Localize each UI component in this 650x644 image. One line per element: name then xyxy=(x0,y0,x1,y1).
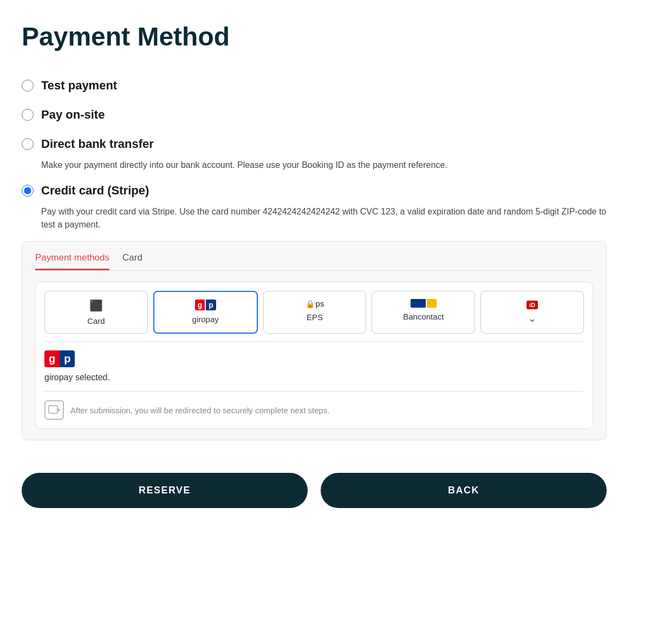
bancontact-label: Bancontact xyxy=(403,312,444,321)
bancontact-logo xyxy=(411,299,437,308)
selected-method-text: giropay selected. xyxy=(44,373,584,382)
giropay-label: giropay xyxy=(192,315,219,324)
footer-buttons: RESERVE BACK xyxy=(22,473,607,508)
giropay-p-icon: p xyxy=(206,300,216,310)
option-test-label: Test payment xyxy=(41,79,117,93)
tab-card[interactable]: Card xyxy=(122,252,142,270)
card-icon: ⬛ xyxy=(89,299,103,312)
page-title: Payment Method xyxy=(22,22,618,51)
eps-label: EPS xyxy=(307,313,323,322)
method-card-eps[interactable]: 🔒 ps EPS xyxy=(263,291,367,334)
giropay-logo-large: gp xyxy=(44,350,584,367)
bank-transfer-description: Make your payment directly into our bank… xyxy=(41,159,615,172)
radio-on-site[interactable] xyxy=(22,109,34,121)
card-label: Card xyxy=(87,316,105,326)
redirect-icon xyxy=(44,400,64,420)
method-card-more[interactable]: iD ⌄ xyxy=(480,291,584,334)
giropay-logo-small: gp xyxy=(195,300,216,310)
selected-payment-info: gp giropay selected. After submission, y… xyxy=(44,341,584,420)
bancontact-blue-part xyxy=(411,299,426,308)
giropay-p-large-icon: p xyxy=(60,350,75,367)
option-bank-transfer[interactable]: Direct bank transfer xyxy=(22,129,618,159)
tab-payment-methods[interactable]: Payment methods xyxy=(35,252,109,270)
svg-rect-0 xyxy=(49,406,57,413)
radio-test[interactable] xyxy=(22,80,34,92)
radio-stripe[interactable] xyxy=(22,185,34,197)
payment-options-list: Test payment Pay on-site Direct bank tra… xyxy=(22,71,618,440)
method-card-giropay[interactable]: gp giropay xyxy=(153,291,258,334)
payment-methods-grid: ⬛ Card gp giropay 🔒 ps EPS xyxy=(35,282,593,429)
method-card-bancontact[interactable]: Bancontact xyxy=(372,291,475,334)
redirect-text: After submission, you will be redirected… xyxy=(70,406,330,415)
radio-bank-transfer[interactable] xyxy=(22,138,34,150)
option-stripe-label: Credit card (Stripe) xyxy=(41,184,149,198)
stripe-widget: Payment methods Card ⬛ Card gp giropay xyxy=(22,241,607,440)
option-on-site-label: Pay on-site xyxy=(41,108,105,122)
option-on-site[interactable]: Pay on-site xyxy=(22,100,618,129)
divider xyxy=(44,391,584,392)
ideal-icon: iD xyxy=(526,301,538,309)
option-stripe[interactable]: Credit card (Stripe) xyxy=(22,176,618,205)
chevron-down-icon: ⌄ xyxy=(528,313,536,324)
methods-row: ⬛ Card gp giropay 🔒 ps EPS xyxy=(44,291,584,334)
method-card-card[interactable]: ⬛ Card xyxy=(44,291,148,334)
option-test[interactable]: Test payment xyxy=(22,71,618,100)
stripe-tabs: Payment methods Card xyxy=(35,252,593,271)
stripe-description: Pay with your credit card via Stripe. Us… xyxy=(41,205,615,231)
eps-icon: 🔒 xyxy=(306,300,315,308)
back-button[interactable]: BACK xyxy=(321,473,607,508)
option-bank-transfer-label: Direct bank transfer xyxy=(41,137,154,151)
reserve-button[interactable]: RESERVE xyxy=(22,473,308,508)
eps-logo: 🔒 ps xyxy=(306,299,324,308)
bancontact-yellow-part xyxy=(427,299,437,308)
giropay-g-icon: g xyxy=(195,300,205,310)
redirect-info: After submission, you will be redirected… xyxy=(44,400,584,420)
eps-text: ps xyxy=(316,299,324,308)
giropay-g-large-icon: g xyxy=(44,350,60,367)
